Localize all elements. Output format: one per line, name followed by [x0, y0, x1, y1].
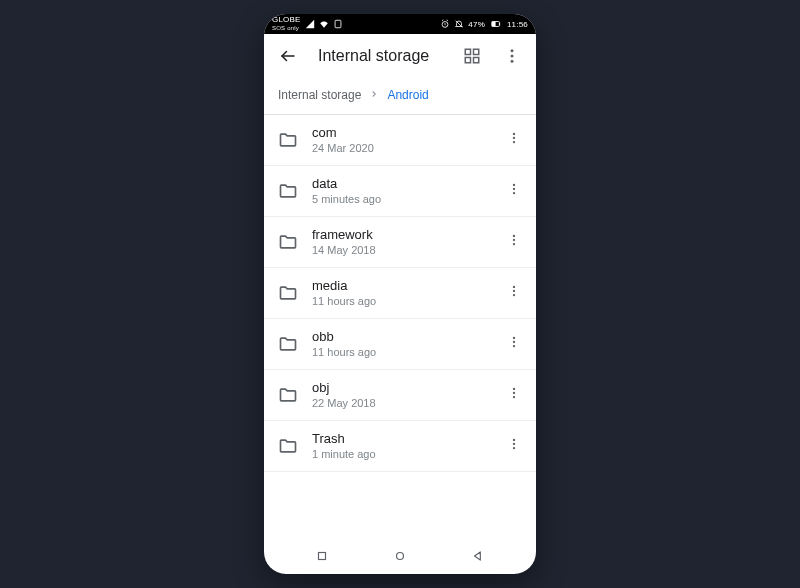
carrier-name: GLOBE	[272, 16, 301, 24]
breadcrumb-root[interactable]: Internal storage	[278, 88, 361, 102]
folder-subtitle: 5 minutes ago	[312, 192, 488, 206]
svg-point-33	[513, 447, 515, 449]
svg-point-18	[513, 192, 515, 194]
folder-meta: Trash1 minute ago	[312, 431, 488, 461]
svg-rect-0	[335, 20, 341, 28]
svg-point-32	[513, 443, 515, 445]
svg-point-23	[513, 290, 515, 292]
svg-rect-34	[319, 553, 326, 560]
app-bar: Internal storage	[264, 34, 536, 78]
folder-name: media	[312, 278, 488, 294]
svg-point-14	[513, 137, 515, 139]
status-bar: GLOBE SOS only 47% 11:56	[264, 14, 536, 34]
folder-meta: data5 minutes ago	[312, 176, 488, 206]
row-more-button[interactable]	[502, 233, 526, 251]
folder-meta: framework14 May 2018	[312, 227, 488, 257]
folder-subtitle: 11 hours ago	[312, 345, 488, 359]
folder-row[interactable]: framework14 May 2018	[264, 217, 536, 268]
folder-name: framework	[312, 227, 488, 243]
row-more-button[interactable]	[502, 131, 526, 149]
folder-row[interactable]: data5 minutes ago	[264, 166, 536, 217]
breadcrumb: Internal storage Android	[264, 78, 536, 115]
svg-rect-6	[465, 49, 470, 54]
svg-point-20	[513, 239, 515, 241]
svg-rect-8	[465, 58, 470, 63]
nav-recent-button[interactable]	[302, 549, 342, 563]
chevron-right-icon	[369, 88, 379, 102]
svg-point-27	[513, 345, 515, 347]
svg-rect-7	[474, 49, 479, 54]
folder-name: com	[312, 125, 488, 141]
svg-point-25	[513, 337, 515, 339]
folder-row[interactable]: media11 hours ago	[264, 268, 536, 319]
svg-point-26	[513, 341, 515, 343]
row-more-button[interactable]	[502, 437, 526, 455]
overflow-menu-button[interactable]	[496, 40, 528, 72]
svg-point-19	[513, 235, 515, 237]
folder-icon	[278, 436, 298, 456]
folder-subtitle: 14 May 2018	[312, 243, 488, 257]
folder-icon	[278, 283, 298, 303]
svg-point-10	[511, 49, 514, 52]
folder-icon	[278, 385, 298, 405]
grid-view-button[interactable]	[456, 40, 488, 72]
svg-point-15	[513, 141, 515, 143]
folder-meta: media11 hours ago	[312, 278, 488, 308]
system-nav-bar	[264, 538, 536, 574]
folder-name: obj	[312, 380, 488, 396]
folder-subtitle: 24 Mar 2020	[312, 141, 488, 155]
svg-point-13	[513, 133, 515, 135]
svg-point-21	[513, 243, 515, 245]
folder-icon	[278, 130, 298, 150]
folder-icon	[278, 334, 298, 354]
row-more-button[interactable]	[502, 386, 526, 404]
folder-subtitle: 1 minute ago	[312, 447, 488, 461]
folder-name: data	[312, 176, 488, 192]
svg-rect-3	[492, 22, 496, 27]
signal-icon	[305, 19, 315, 29]
page-title: Internal storage	[312, 47, 448, 65]
svg-point-31	[513, 439, 515, 441]
row-more-button[interactable]	[502, 335, 526, 353]
folder-row[interactable]: Trash1 minute ago	[264, 421, 536, 472]
nav-back-button[interactable]	[458, 549, 498, 563]
folder-row[interactable]: obb11 hours ago	[264, 319, 536, 370]
row-more-button[interactable]	[502, 182, 526, 200]
clock: 11:56	[507, 20, 528, 29]
back-button[interactable]	[272, 40, 304, 72]
svg-marker-36	[475, 552, 481, 560]
svg-point-30	[513, 396, 515, 398]
folder-meta: obb11 hours ago	[312, 329, 488, 359]
folder-subtitle: 11 hours ago	[312, 294, 488, 308]
breadcrumb-current[interactable]: Android	[387, 88, 428, 102]
folder-row[interactable]: obj22 May 2018	[264, 370, 536, 421]
svg-rect-9	[474, 58, 479, 63]
svg-point-24	[513, 294, 515, 296]
phone-frame: GLOBE SOS only 47% 11:56	[264, 14, 536, 574]
svg-point-35	[397, 553, 404, 560]
svg-rect-4	[499, 23, 500, 26]
alarm-icon	[440, 19, 450, 29]
svg-point-17	[513, 188, 515, 190]
row-more-button[interactable]	[502, 284, 526, 302]
svg-point-29	[513, 392, 515, 394]
svg-point-12	[511, 60, 514, 63]
folder-row[interactable]: com24 Mar 2020	[264, 115, 536, 166]
folder-icon	[278, 181, 298, 201]
wifi-icon	[319, 19, 329, 29]
svg-point-16	[513, 184, 515, 186]
folder-meta: com24 Mar 2020	[312, 125, 488, 155]
carrier-status: SOS only	[272, 24, 301, 32]
folder-name: Trash	[312, 431, 488, 447]
nav-home-button[interactable]	[380, 549, 420, 563]
folder-list[interactable]: com24 Mar 2020data5 minutes agoframework…	[264, 115, 536, 538]
dnd-icon	[454, 19, 464, 29]
svg-point-22	[513, 286, 515, 288]
svg-point-11	[511, 55, 514, 58]
battery-icon	[489, 19, 503, 29]
battery-percent: 47%	[468, 20, 485, 29]
folder-name: obb	[312, 329, 488, 345]
folder-subtitle: 22 May 2018	[312, 396, 488, 410]
folder-meta: obj22 May 2018	[312, 380, 488, 410]
folder-icon	[278, 232, 298, 252]
